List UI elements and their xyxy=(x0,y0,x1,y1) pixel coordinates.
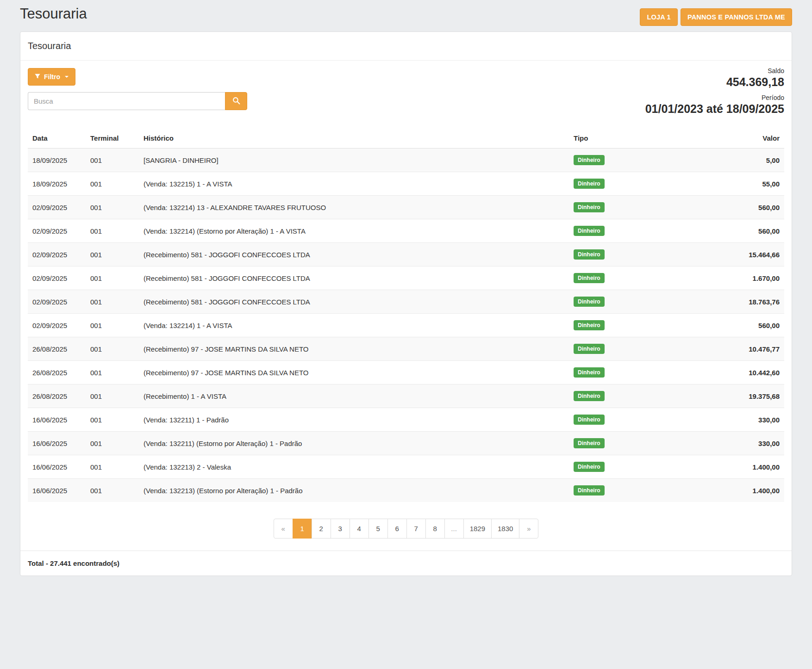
table-header-row: Data Terminal Histórico Tipo Valor xyxy=(28,130,784,149)
column-header-valor: Valor xyxy=(708,130,784,149)
cell-historico: (Venda: 132211) 1 - Padrão xyxy=(139,408,569,432)
caret-down-icon xyxy=(65,76,69,78)
search-input[interactable] xyxy=(28,92,225,110)
cell-tipo: Dinheiro xyxy=(569,290,708,314)
cell-historico: (Recebimento) 97 - JOSE MARTINS DA SILVA… xyxy=(139,337,569,361)
tesouraria-card: Tesouraria Filtro Saldo 454.369, xyxy=(20,31,792,576)
page-button[interactable]: 8 xyxy=(425,519,445,539)
page-button[interactable]: 5 xyxy=(369,519,388,539)
pagination-next-button[interactable]: » xyxy=(519,519,538,539)
cell-tipo: Dinheiro xyxy=(569,266,708,290)
cell-terminal: 001 xyxy=(86,219,139,243)
page-button[interactable]: 6 xyxy=(387,519,407,539)
table-row: 02/09/2025001(Venda: 132214) 13 - ALEXAN… xyxy=(28,196,784,219)
table-row: 26/08/2025001(Recebimento) 1 - A VISTADi… xyxy=(28,384,784,408)
cell-valor: 18.763,76 xyxy=(708,290,784,314)
cell-tipo: Dinheiro xyxy=(569,479,708,502)
cell-historico: (Venda: 132214) 1 - A VISTA xyxy=(139,314,569,337)
cell-tipo: Dinheiro xyxy=(569,361,708,384)
cell-terminal: 001 xyxy=(86,149,139,172)
cell-data: 16/06/2025 xyxy=(28,408,86,432)
cell-historico: [SANGRIA - DINHEIRO] xyxy=(139,149,569,172)
card-body: Filtro Saldo 454.369,18 Período 01/01/20… xyxy=(20,61,792,551)
cell-tipo: Dinheiro xyxy=(569,455,708,479)
cell-data: 16/06/2025 xyxy=(28,432,86,455)
table-row: 16/06/2025001(Venda: 132213) (Estorno po… xyxy=(28,479,784,502)
cell-terminal: 001 xyxy=(86,408,139,432)
table-row: 02/09/2025001(Recebimento) 581 - JOGGOFI… xyxy=(28,290,784,314)
cell-data: 16/06/2025 xyxy=(28,479,86,502)
page-title: Tesouraria xyxy=(20,6,87,22)
search-button[interactable] xyxy=(225,92,247,110)
page-button[interactable]: 1829 xyxy=(463,519,492,539)
cell-historico: (Recebimento) 581 - JOGGOFI CONFECCOES L… xyxy=(139,266,569,290)
tipo-badge: Dinheiro xyxy=(574,391,605,401)
cell-historico: (Recebimento) 581 - JOGGOFI CONFECCOES L… xyxy=(139,290,569,314)
page-button[interactable]: 1830 xyxy=(491,519,519,539)
search-icon xyxy=(232,97,240,106)
column-header-historico: Histórico xyxy=(139,130,569,149)
table-row: 16/06/2025001(Venda: 132213) 2 - Valeska… xyxy=(28,455,784,479)
cell-tipo: Dinheiro xyxy=(569,149,708,172)
cell-data: 26/08/2025 xyxy=(28,337,86,361)
summary-panel: Saldo 454.369,18 Período 01/01/2023 até … xyxy=(645,67,784,116)
cell-valor: 1.670,00 xyxy=(708,266,784,290)
table-row: 16/06/2025001(Venda: 132211) 1 - PadrãoD… xyxy=(28,408,784,432)
cell-historico: (Venda: 132214) 13 - ALEXANDRE TAVARES F… xyxy=(139,196,569,219)
cell-tipo: Dinheiro xyxy=(569,314,708,337)
cell-valor: 330,00 xyxy=(708,432,784,455)
card-title: Tesouraria xyxy=(20,32,792,61)
tipo-badge: Dinheiro xyxy=(574,320,605,330)
cell-historico: (Venda: 132213) 2 - Valeska xyxy=(139,455,569,479)
cell-valor: 19.375,68 xyxy=(708,384,784,408)
cell-data: 26/08/2025 xyxy=(28,384,86,408)
table-row: 26/08/2025001(Recebimento) 97 - JOSE MAR… xyxy=(28,361,784,384)
pagination: «12345678...18291830» xyxy=(274,519,539,539)
cell-tipo: Dinheiro xyxy=(569,243,708,266)
tipo-badge: Dinheiro xyxy=(574,202,605,212)
transactions-body: 18/09/2025001[SANGRIA - DINHEIRO]Dinheir… xyxy=(28,149,784,502)
total-count: Total - 27.441 encontrado(s) xyxy=(20,551,792,576)
cell-terminal: 001 xyxy=(86,172,139,196)
tipo-badge: Dinheiro xyxy=(574,249,605,260)
page-button[interactable]: 4 xyxy=(350,519,369,539)
tipo-badge: Dinheiro xyxy=(574,462,605,472)
cell-valor: 10.476,77 xyxy=(708,337,784,361)
topbar: Tesouraria LOJA 1 PANNOS E PANNOS LTDA M… xyxy=(20,0,792,26)
saldo-value: 454.369,18 xyxy=(645,74,784,90)
cell-data: 18/09/2025 xyxy=(28,172,86,196)
cell-valor: 560,00 xyxy=(708,196,784,219)
pagination-prev-button[interactable]: « xyxy=(274,519,293,539)
cell-valor: 330,00 xyxy=(708,408,784,432)
periodo-label: Período xyxy=(645,94,784,101)
cell-tipo: Dinheiro xyxy=(569,196,708,219)
company-button[interactable]: PANNOS E PANNOS LTDA ME xyxy=(681,8,792,26)
filter-button[interactable]: Filtro xyxy=(28,68,75,86)
tipo-badge: Dinheiro xyxy=(574,179,605,189)
cell-valor: 560,00 xyxy=(708,314,784,337)
page-button[interactable]: 7 xyxy=(406,519,426,539)
store-button[interactable]: LOJA 1 xyxy=(640,8,677,26)
cell-terminal: 001 xyxy=(86,314,139,337)
tipo-badge: Dinheiro xyxy=(574,485,605,496)
cell-valor: 1.400,00 xyxy=(708,455,784,479)
cell-historico: (Recebimento) 581 - JOGGOFI CONFECCOES L… xyxy=(139,243,569,266)
cell-tipo: Dinheiro xyxy=(569,172,708,196)
cell-historico: (Venda: 132215) 1 - A VISTA xyxy=(139,172,569,196)
page-button[interactable]: 3 xyxy=(331,519,350,539)
cell-tipo: Dinheiro xyxy=(569,432,708,455)
cell-terminal: 001 xyxy=(86,290,139,314)
column-header-terminal: Terminal xyxy=(86,130,139,149)
cell-valor: 10.442,60 xyxy=(708,361,784,384)
cell-terminal: 001 xyxy=(86,432,139,455)
cell-terminal: 001 xyxy=(86,196,139,219)
cell-data: 02/09/2025 xyxy=(28,290,86,314)
tipo-badge: Dinheiro xyxy=(574,273,605,283)
page-button[interactable]: 1 xyxy=(293,519,312,539)
page-button[interactable]: 2 xyxy=(312,519,331,539)
table-row: 18/09/2025001[SANGRIA - DINHEIRO]Dinheir… xyxy=(28,149,784,172)
cell-historico: (Recebimento) 1 - A VISTA xyxy=(139,384,569,408)
tipo-badge: Dinheiro xyxy=(574,297,605,307)
cell-terminal: 001 xyxy=(86,361,139,384)
cell-historico: (Venda: 132211) (Estorno por Alteração) … xyxy=(139,432,569,455)
